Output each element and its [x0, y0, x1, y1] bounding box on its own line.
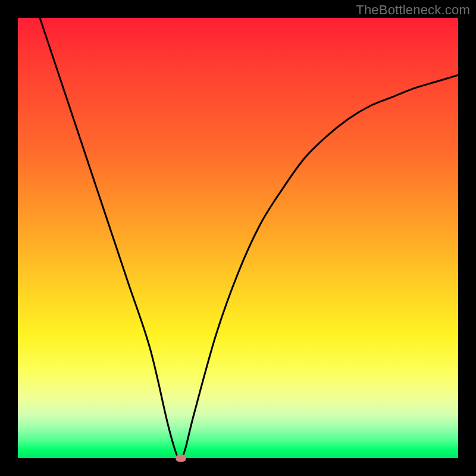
attribution-text: TheBottleneck.com [356, 2, 470, 18]
optimal-point-marker [176, 455, 186, 462]
chart-frame [18, 18, 458, 458]
curve-path [40, 18, 458, 458]
bottleneck-curve [18, 18, 458, 458]
